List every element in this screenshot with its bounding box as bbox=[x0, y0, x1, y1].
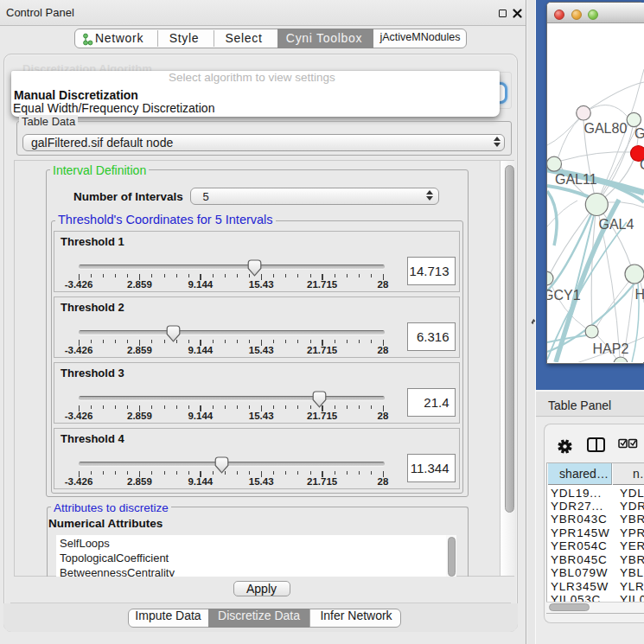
svg-text:H: H bbox=[635, 287, 644, 302]
svg-text:G: G bbox=[640, 157, 644, 172]
svg-text:GAL4: GAL4 bbox=[599, 217, 634, 232]
svg-text:HAP2: HAP2 bbox=[593, 341, 629, 356]
svg-text:GA: GA bbox=[634, 126, 644, 141]
svg-text:GAL80: GAL80 bbox=[584, 121, 628, 136]
svg-text:GAL11: GAL11 bbox=[555, 172, 597, 187]
svg-text:GCY1: GCY1 bbox=[547, 288, 581, 303]
